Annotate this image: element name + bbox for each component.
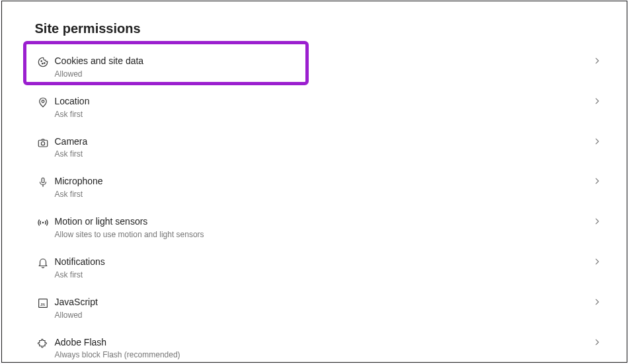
row-texts: Notifications Ask first (55, 256, 574, 279)
settings-panel: Site permissions Cookies and site data A… (1, 1, 627, 363)
row-camera[interactable]: Camera Ask first (31, 129, 574, 168)
row-subtitle: Allow sites to use motion and light sens… (55, 230, 574, 239)
row-microphone[interactable]: Microphone Ask first (31, 169, 574, 208)
puzzle-icon (31, 338, 55, 349)
chevron-right-icon (592, 217, 602, 229)
bell-icon (31, 257, 55, 269)
row-title: Cookies and site data (55, 55, 574, 67)
row-subtitle: Allowed (55, 69, 574, 79)
row-subtitle: Ask first (55, 190, 574, 199)
svg-point-0 (41, 61, 42, 62)
row-motion-light-sensors[interactable]: Motion or light sensors Allow sites to u… (31, 209, 574, 248)
row-texts: Camera Ask first (55, 136, 574, 159)
row-subtitle: Always block Flash (recommended) (55, 350, 574, 359)
row-texts: JavaScript Allowed (55, 297, 574, 320)
row-title: Adobe Flash (55, 337, 574, 348)
chevron-right-icon (592, 257, 602, 269)
row-title: Motion or light sensors (55, 216, 574, 227)
row-subtitle: Ask first (55, 110, 574, 119)
row-adobe-flash[interactable]: Adobe Flash Always block Flash (recommen… (31, 330, 574, 364)
javascript-icon: JS (31, 297, 55, 309)
row-texts: Motion or light sensors Allow sites to u… (55, 216, 574, 239)
permissions-list: Cookies and site data Allowed Location A… (31, 49, 574, 364)
row-location[interactable]: Location Ask first (31, 89, 574, 128)
row-notifications[interactable]: Notifications Ask first (31, 250, 574, 289)
svg-rect-4 (38, 140, 48, 147)
row-texts: Cookies and site data Allowed (55, 55, 574, 79)
row-subtitle: Allowed (55, 310, 574, 320)
chevron-right-icon (592, 96, 602, 108)
svg-rect-6 (42, 178, 44, 184)
row-title: Location (55, 96, 574, 107)
row-title: Notifications (55, 256, 574, 268)
row-texts: Adobe Flash Always block Flash (recommen… (55, 337, 574, 360)
camera-icon (31, 137, 55, 149)
svg-point-3 (42, 100, 44, 102)
row-title: Microphone (55, 176, 574, 187)
chevron-right-icon (592, 56, 602, 68)
row-texts: Microphone Ask first (55, 176, 574, 199)
page-title: Site permissions (35, 21, 141, 36)
svg-point-2 (44, 63, 45, 64)
chevron-right-icon (592, 176, 602, 188)
row-title: Camera (55, 136, 574, 147)
row-texts: Location Ask first (55, 96, 574, 119)
cookie-icon (31, 56, 55, 68)
row-subtitle: Ask first (55, 149, 574, 159)
motion-sensor-icon (31, 217, 55, 229)
chevron-right-icon (592, 297, 602, 309)
microphone-icon (31, 176, 55, 188)
row-title: JavaScript (55, 297, 574, 308)
row-javascript[interactable]: JS JavaScript Allowed (31, 290, 574, 329)
chevron-right-icon (592, 137, 602, 149)
row-cookies-and-site-data[interactable]: Cookies and site data Allowed (31, 49, 574, 88)
svg-text:JS: JS (40, 302, 44, 307)
row-subtitle: Ask first (55, 270, 574, 279)
chevron-right-icon (592, 338, 602, 349)
svg-point-8 (42, 222, 44, 224)
svg-point-1 (42, 63, 43, 65)
location-icon (31, 96, 55, 108)
svg-point-5 (41, 141, 44, 145)
